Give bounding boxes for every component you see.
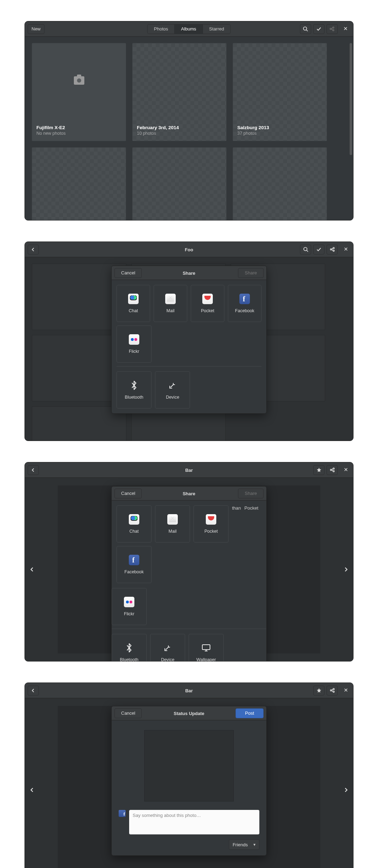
- share-target-device[interactable]: Device: [150, 634, 185, 662]
- check-icon: [316, 247, 321, 252]
- star-icon: [316, 688, 322, 693]
- album-tile[interactable]: Fujifilm X-E2 No new photos: [32, 43, 126, 141]
- share-target-label: Device: [166, 395, 179, 400]
- svg-line-8: [307, 250, 308, 252]
- share-target-mail[interactable]: Mail: [155, 505, 190, 542]
- share-target-bluetooth[interactable]: Bluetooth: [117, 371, 152, 408]
- album-title: Fujifilm X-E2: [36, 125, 121, 130]
- share-target-label: Bluetooth: [120, 657, 139, 662]
- header-bar: New Photos Albums Starred ✕: [25, 21, 353, 37]
- share-button[interactable]: [327, 245, 338, 254]
- window-close[interactable]: ✕: [341, 686, 350, 695]
- bluetooth-icon: [129, 380, 139, 391]
- search-button[interactable]: [300, 245, 311, 254]
- tab-photos[interactable]: Photos: [148, 24, 175, 34]
- facebook-icon: f: [129, 555, 139, 565]
- window-close[interactable]: ✕: [341, 465, 350, 474]
- share-action-button[interactable]: Share: [238, 489, 264, 498]
- camera-icon: [74, 76, 84, 85]
- header-bar: Bar ✕: [25, 683, 353, 698]
- cancel-button[interactable]: Cancel: [114, 489, 142, 498]
- share-icon: [329, 26, 335, 31]
- svg-line-17: [331, 469, 333, 470]
- share-target-bluetooth[interactable]: Bluetooth: [112, 634, 147, 662]
- share-target-label: Mail: [169, 529, 177, 534]
- chevron-left-icon: [31, 688, 35, 693]
- share-target-label: Facebook: [235, 308, 254, 313]
- share-target-pocket[interactable]: Pocket: [191, 285, 224, 322]
- album-tile[interactable]: [32, 147, 126, 220]
- star-button[interactable]: [313, 465, 324, 475]
- back-button[interactable]: [28, 465, 39, 475]
- divider: [117, 366, 261, 366]
- back-button[interactable]: [28, 686, 39, 695]
- star-button[interactable]: [313, 686, 324, 695]
- share-target-mail[interactable]: Mail: [154, 285, 187, 322]
- next-button[interactable]: [341, 564, 351, 575]
- svg-line-13: [331, 250, 333, 250]
- device-icon: [167, 380, 178, 391]
- search-icon: [303, 26, 308, 31]
- tab-starred[interactable]: Starred: [203, 24, 231, 34]
- svg-point-2: [330, 28, 331, 30]
- content: Cancel Status Update Post f Say somethin…: [25, 698, 353, 868]
- view-switcher: Photos Albums Starred: [147, 24, 231, 34]
- share-target-wallpaper[interactable]: Wallpaper: [189, 634, 224, 662]
- share-target-label: Pocket: [201, 308, 214, 313]
- album-title: February 3rd, 2014: [137, 125, 222, 130]
- share-button[interactable]: [327, 465, 338, 475]
- window-close[interactable]: ✕: [341, 24, 350, 33]
- share-target-flickr[interactable]: Flickr: [112, 588, 147, 625]
- audience-combo[interactable]: Friends ▾: [229, 839, 259, 850]
- svg-point-0: [303, 27, 307, 30]
- share-target-label: Pocket: [204, 529, 218, 534]
- svg-point-9: [330, 249, 331, 250]
- svg-line-12: [331, 248, 333, 249]
- share-target-facebook[interactable]: fFacebook: [117, 546, 152, 583]
- share-target-chat[interactable]: Chat: [117, 505, 152, 542]
- album-tile[interactable]: [233, 147, 327, 220]
- dialog-body: Chat Mail Pocket fFacebook Flickr Blueto…: [112, 280, 266, 413]
- prev-button[interactable]: [27, 785, 37, 795]
- chevron-left-icon: [31, 247, 35, 252]
- next-button[interactable]: [341, 785, 351, 795]
- share-button[interactable]: [327, 686, 338, 695]
- window-bar-post: Bar ✕ Cancel Status Update Post: [24, 682, 354, 868]
- status-input[interactable]: Say something about this photo…: [129, 810, 259, 834]
- select-button[interactable]: [313, 24, 324, 34]
- cancel-button[interactable]: Cancel: [114, 708, 142, 718]
- scrollbar[interactable]: [350, 43, 352, 155]
- divider: [112, 629, 266, 629]
- share-target-facebook[interactable]: fFacebook: [228, 285, 261, 322]
- svg-point-7: [303, 247, 307, 251]
- flickr-icon: [129, 334, 139, 345]
- share-target-device[interactable]: Device: [155, 371, 190, 408]
- share-target-label: Bluetooth: [125, 395, 144, 400]
- share-target-flickr[interactable]: Flickr: [117, 326, 152, 363]
- dialog-body: f Say something about this photo… Friend…: [112, 720, 266, 855]
- album-title: Salzburg 2013: [237, 125, 322, 130]
- share-target-label: Mail: [167, 308, 175, 313]
- window-title: Bar: [25, 462, 353, 478]
- back-button[interactable]: [28, 245, 39, 254]
- share-target-chat[interactable]: Chat: [117, 285, 150, 322]
- cancel-button[interactable]: Cancel: [114, 268, 142, 278]
- search-button[interactable]: [300, 24, 311, 34]
- tab-albums[interactable]: Albums: [175, 24, 203, 34]
- select-button[interactable]: [313, 245, 324, 254]
- album-tile[interactable]: February 3rd, 2014 10 photos: [132, 43, 226, 141]
- album-tile[interactable]: Salzburg 2013 37 photos: [233, 43, 327, 141]
- share-target-pocket[interactable]: Pocket: [194, 505, 229, 542]
- svg-point-4: [333, 29, 334, 31]
- album-tile[interactable]: [132, 147, 226, 220]
- new-button[interactable]: New: [28, 24, 44, 34]
- svg-line-18: [331, 470, 333, 471]
- share-action-button[interactable]: Share: [238, 268, 264, 278]
- window-close[interactable]: ✕: [341, 245, 350, 254]
- status-update-dialog: Cancel Status Update Post f Say somethin…: [111, 706, 267, 856]
- album-subtitle: 10 photos: [137, 131, 222, 136]
- post-button[interactable]: Post: [236, 708, 264, 718]
- share-icon: [330, 467, 335, 472]
- album-subtitle: No new photos: [36, 131, 121, 136]
- prev-button[interactable]: [27, 564, 37, 575]
